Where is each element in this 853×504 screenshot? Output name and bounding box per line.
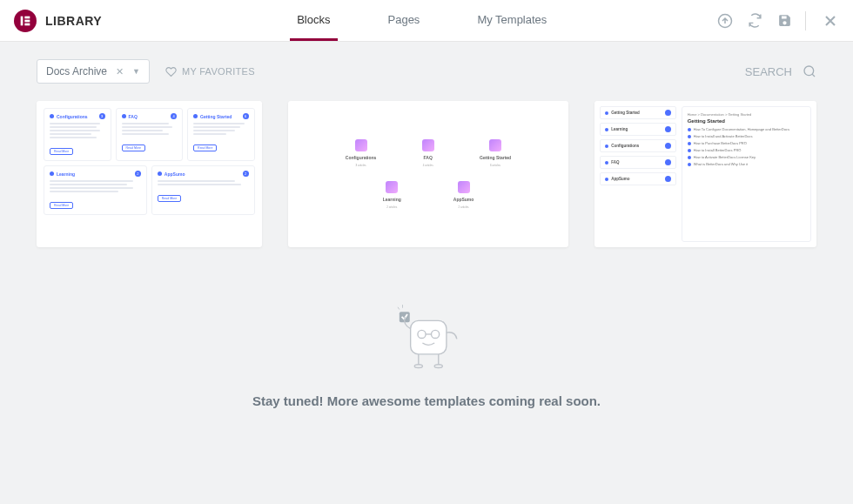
header: LIBRARY Blocks Pages My Templates <box>0 0 853 42</box>
svg-point-13 <box>414 365 422 368</box>
tab-pages[interactable]: Pages <box>381 0 427 41</box>
svg-rect-6 <box>411 320 447 354</box>
svg-point-14 <box>434 365 442 368</box>
logo-wrap: LIBRARY <box>0 10 116 32</box>
header-actions <box>716 11 853 30</box>
svg-rect-3 <box>24 23 30 25</box>
svg-rect-0 <box>21 16 24 25</box>
elementor-logo <box>14 10 37 32</box>
my-favorites-button[interactable]: MY FAVORITES <box>165 66 255 77</box>
divider <box>805 11 806 30</box>
template-card[interactable]: Getting Started Learning Configurations … <box>594 101 816 247</box>
search-icon[interactable] <box>803 64 816 78</box>
heart-icon <box>165 66 177 77</box>
clear-filter-icon[interactable]: ✕ <box>116 66 124 77</box>
dropdown-value: Docs Archive <box>46 65 107 77</box>
close-icon[interactable] <box>822 12 839 30</box>
svg-rect-2 <box>24 19 30 22</box>
upload-icon[interactable] <box>716 12 734 30</box>
svg-point-5 <box>804 66 814 76</box>
tab-my-templates[interactable]: My Templates <box>470 0 554 41</box>
tabs: Blocks Pages My Templates <box>290 0 554 41</box>
search-wrap <box>722 64 816 78</box>
library-title: LIBRARY <box>45 14 102 28</box>
category-dropdown[interactable]: Docs Archive ✕ ▼ <box>37 59 150 84</box>
templates-grid: Configurations3Read More FAQ4Read More G… <box>0 94 853 265</box>
chevron-down-icon: ▼ <box>132 67 140 76</box>
template-card[interactable]: Configurations3 articles FAQ4 articles G… <box>288 101 569 247</box>
empty-state-text: Stay tuned! More awesome templates comin… <box>252 393 601 408</box>
empty-state: Stay tuned! More awesome templates comin… <box>0 299 853 408</box>
favorites-label: MY FAVORITES <box>182 66 255 77</box>
tab-blocks[interactable]: Blocks <box>290 0 337 41</box>
sync-icon[interactable] <box>746 12 763 30</box>
toolbar: Docs Archive ✕ ▼ MY FAVORITES <box>0 42 853 94</box>
template-card[interactable]: Configurations3Read More FAQ4Read More G… <box>37 101 262 247</box>
search-input[interactable] <box>722 65 792 78</box>
save-icon[interactable] <box>776 12 793 30</box>
robot-illustration <box>379 299 474 378</box>
svg-rect-1 <box>24 16 30 18</box>
